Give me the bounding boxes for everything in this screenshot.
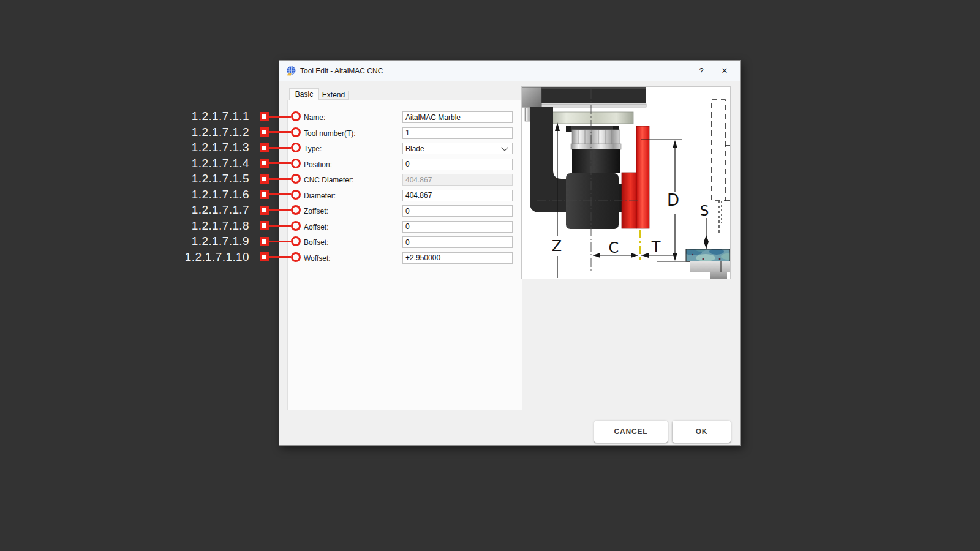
annotation-id: 1.2.1.7.1.4 [192,157,249,170]
ok-button[interactable]: OK [673,421,731,443]
dim-s-label: S [700,203,709,219]
annotation-square-marker [260,206,269,215]
cutting-blade [622,126,649,228]
annotation-row: 1.2.1.7.1.1 [0,110,301,123]
field-input[interactable] [402,190,513,201]
field-label: Tool number(T): [304,127,356,140]
annotation-square-marker [260,159,269,168]
field-input[interactable] [402,127,513,139]
form-row: CNC Diameter: [288,174,522,186]
phantom-tool-outline [712,100,730,234]
tab-basic[interactable]: Basic [289,88,319,100]
annotation-row: 1.2.1.7.1.10 [0,250,301,264]
field-input[interactable] [402,159,513,170]
screen: 1.2.1.7.1.1 1.2.1.7.1.2 1.2.1.7.1.3 1.2.… [0,0,980,551]
chevron-down-icon [501,144,508,151]
annotation-square-marker [260,112,269,121]
field-label: Diameter: [304,190,336,202]
annotation-square-marker [260,221,269,230]
annotation-row: 1.2.1.7.1.5 [0,172,301,186]
cancel-button[interactable]: CANCEL [594,421,668,443]
tab-extend[interactable]: Extend [318,91,349,100]
form-row: Boffset: [288,236,522,249]
worktable [690,261,730,279]
titlebar: Tool Edit - AitalMAC CNC ? ✕ [279,61,740,81]
field-label: Type: [304,143,322,155]
annotation-id: 1.2.1.7.1.7 [192,203,249,217]
field-label: Position: [304,159,332,171]
annotation-id: 1.2.1.7.1.10 [185,250,249,264]
annotation-id: 1.2.1.7.1.9 [192,234,249,248]
field-label: Zoffset: [304,205,328,217]
form-row: Woffset: [288,252,522,264]
annotation-square-marker [260,143,269,152]
annotation-square-marker [260,190,269,199]
field-input[interactable] [402,205,513,217]
field-input[interactable] [402,111,513,123]
form-row: Zoffset: [288,205,522,217]
annotation-row: 1.2.1.7.1.3 [0,141,301,154]
annotation-id: 1.2.1.7.1.6 [192,188,249,201]
field-select[interactable]: Blade [402,143,513,154]
annotation-id: 1.2.1.7.1.2 [192,126,249,139]
annotation-row: 1.2.1.7.1.4 [0,157,301,170]
annotation-row: 1.2.1.7.1.8 [0,219,301,233]
tool-diagram: Z C T D S [521,86,731,279]
field-label: Name: [304,111,325,124]
form-row: Name: [288,111,522,124]
field-input[interactable] [402,252,513,264]
field-input[interactable] [402,174,513,186]
annotation-square-marker [260,252,269,261]
basic-tab-panel: Name: Tool number(T): Type: Blade Positi… [287,100,522,410]
dim-t-label: T [651,239,661,256]
field-label: CNC Diameter: [304,174,353,186]
annotation-row: 1.2.1.7.1.6 [0,188,301,201]
field-label: Boffset: [304,236,328,249]
dim-z-label: Z [552,238,562,255]
window-title: Tool Edit - AitalMAC CNC [300,67,383,75]
annotation-row: 1.2.1.7.1.2 [0,126,301,139]
field-select-value: Blade [403,144,502,153]
annotation-row: 1.2.1.7.1.9 [0,234,301,248]
dim-d-label: D [667,191,679,209]
marble-slab [685,248,731,261]
field-input[interactable] [402,221,513,233]
annotation-square-marker [260,127,269,137]
annotation-id: 1.2.1.7.1.8 [192,219,249,233]
form-row: Type: Blade [288,143,522,155]
tool-edit-dialog: Tool Edit - AitalMAC CNC ? ✕ Basic Exten… [279,60,741,446]
field-label: Woffset: [304,252,331,264]
annotation-id: 1.2.1.7.1.1 [192,110,249,123]
form-row: Position: [288,159,522,171]
close-button[interactable]: ✕ [713,61,736,81]
dim-c-label: C [609,239,619,257]
annotation-square-marker [260,174,269,184]
annotation-id: 1.2.1.7.1.3 [192,141,249,154]
globe-app-icon [286,66,296,76]
form-row: Aoffset: [288,221,522,233]
form-row: Tool number(T): [288,127,522,140]
field-input[interactable] [402,236,513,248]
field-label: Aoffset: [304,221,328,233]
annotation-square-marker [260,237,269,246]
form-row: Diameter: [288,190,522,202]
annotation-id: 1.2.1.7.1.5 [192,172,249,186]
help-button[interactable]: ? [690,61,713,81]
annotation-row: 1.2.1.7.1.7 [0,203,301,217]
